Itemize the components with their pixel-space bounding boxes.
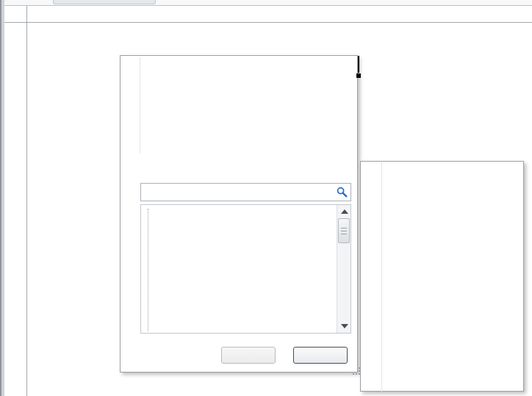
filter-dropdown-panel bbox=[120, 55, 358, 372]
tree-line bbox=[148, 209, 148, 331]
submenu-icon-gutter bbox=[381, 162, 382, 392]
scroll-thumb[interactable] bbox=[338, 218, 350, 243]
list-scrollbar[interactable] bbox=[337, 205, 351, 333]
header-divider bbox=[4, 22, 532, 23]
filter-value-list bbox=[140, 204, 351, 334]
number-filters-submenu bbox=[360, 161, 524, 392]
search-icon bbox=[337, 187, 348, 198]
row-header-divider bbox=[26, 6, 27, 396]
left-window-edge bbox=[0, 0, 4, 396]
ok-button[interactable] bbox=[221, 347, 276, 364]
cancel-button[interactable] bbox=[293, 347, 348, 364]
active-cell-fill-handle[interactable] bbox=[356, 73, 361, 78]
scroll-up-icon[interactable] bbox=[341, 209, 348, 214]
resize-grip-icon[interactable] bbox=[353, 367, 354, 369]
active-cell-border bbox=[358, 56, 359, 73]
search-input[interactable] bbox=[140, 183, 351, 201]
top-chrome-fragment bbox=[53, 0, 156, 4]
excel-window bbox=[0, 0, 532, 396]
scroll-down-icon[interactable] bbox=[341, 324, 348, 328]
menu-icon-gutter bbox=[140, 57, 140, 154]
